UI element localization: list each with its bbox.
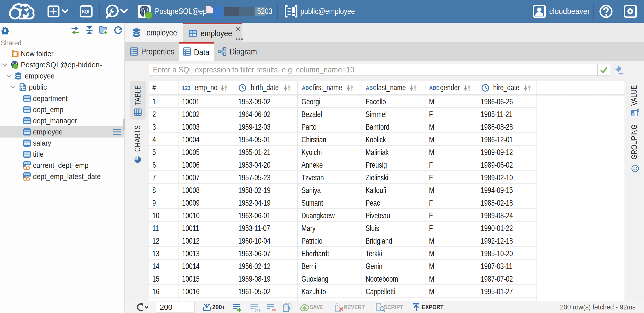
svg-text:SQL: SQL: [82, 9, 91, 14]
svg-text:(+): (+): [255, 308, 260, 312]
